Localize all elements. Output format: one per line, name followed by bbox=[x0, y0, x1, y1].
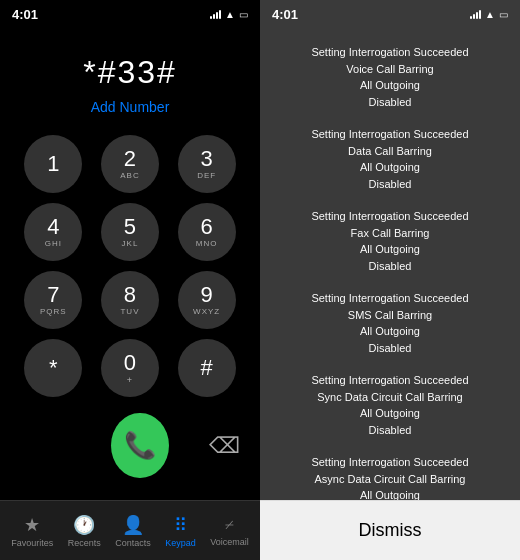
key-#[interactable]: # bbox=[178, 339, 236, 397]
key-main-7: 7 bbox=[47, 284, 59, 306]
result-line: Data Call Barring bbox=[276, 143, 504, 160]
right-panel: 4:01 ▲ ▭ Setting Interrogation Succeeded… bbox=[260, 0, 520, 560]
key-4[interactable]: 4GHI bbox=[24, 203, 82, 261]
tab-icon-keypad: ⠿ bbox=[174, 514, 187, 536]
result-block-4: Setting Interrogation SucceededSync Data… bbox=[260, 364, 520, 446]
add-number-button[interactable]: Add Number bbox=[91, 99, 170, 115]
tab-label-contacts: Contacts bbox=[115, 538, 151, 548]
tab-label-recents: Recents bbox=[68, 538, 101, 548]
right-signal-icon bbox=[470, 9, 481, 19]
left-status-icons: ▲ ▭ bbox=[210, 9, 248, 20]
signal-icon bbox=[210, 9, 221, 19]
result-line: All Outgoing bbox=[276, 323, 504, 340]
tab-keypad[interactable]: ⠿Keypad bbox=[165, 514, 196, 548]
tab-voicemail[interactable]: ⌿Voicemail bbox=[210, 514, 249, 547]
result-line: Setting Interrogation Succeeded bbox=[276, 372, 504, 389]
right-battery-icon: ▭ bbox=[499, 9, 508, 20]
tab-icon-recents: 🕐 bbox=[73, 514, 95, 536]
result-line: Setting Interrogation Succeeded bbox=[276, 454, 504, 471]
right-time: 4:01 bbox=[272, 7, 298, 22]
key-main-0: 0 bbox=[124, 352, 136, 374]
tab-contacts[interactable]: 👤Contacts bbox=[115, 514, 151, 548]
key-sub-5: JKL bbox=[122, 239, 139, 248]
result-line: Disabled bbox=[276, 258, 504, 275]
result-line: Setting Interrogation Succeeded bbox=[276, 44, 504, 61]
tab-bar: ★Favourites🕐Recents👤Contacts⠿Keypad⌿Voic… bbox=[0, 500, 260, 560]
key-8[interactable]: 8TUV bbox=[101, 271, 159, 329]
tab-label-voicemail: Voicemail bbox=[210, 537, 249, 547]
key-sub-4: GHI bbox=[45, 239, 62, 248]
result-line: Disabled bbox=[276, 176, 504, 193]
left-time: 4:01 bbox=[12, 7, 38, 22]
result-line: All Outgoing bbox=[276, 241, 504, 258]
key-main-5: 5 bbox=[124, 216, 136, 238]
tab-icon-contacts: 👤 bbox=[122, 514, 144, 536]
key-sub-6: MNO bbox=[196, 239, 218, 248]
key-sub-2: ABC bbox=[120, 171, 139, 180]
key-main-3: 3 bbox=[201, 148, 213, 170]
keypad: 12ABC3DEF4GHI5JKL6MNO7PQRS8TUV9WXYZ*0+# bbox=[0, 135, 260, 397]
result-line: Sync Data Circuit Call Barring bbox=[276, 389, 504, 406]
result-line: SMS Call Barring bbox=[276, 307, 504, 324]
key-sub-7: PQRS bbox=[40, 307, 67, 316]
dialer-display: *#33# bbox=[83, 54, 177, 91]
key-sub-9: WXYZ bbox=[193, 307, 220, 316]
result-line: All Outgoing bbox=[276, 405, 504, 422]
right-status-bar: 4:01 ▲ ▭ bbox=[260, 0, 520, 24]
result-line: Disabled bbox=[276, 340, 504, 357]
key-1[interactable]: 1 bbox=[24, 135, 82, 193]
left-panel: 4:01 ▲ ▭ *#33# Add Number 12ABC3DEF4GHI5… bbox=[0, 0, 260, 560]
key-2[interactable]: 2ABC bbox=[101, 135, 159, 193]
key-main-9: 9 bbox=[201, 284, 213, 306]
tab-favourites[interactable]: ★Favourites bbox=[11, 514, 53, 548]
results-scroll[interactable]: Setting Interrogation SucceededVoice Cal… bbox=[260, 24, 520, 560]
key-main-6: 6 bbox=[201, 216, 213, 238]
right-status-icons: ▲ ▭ bbox=[470, 9, 508, 20]
key-sub-0: + bbox=[127, 375, 133, 385]
key-main-#: # bbox=[201, 357, 213, 379]
result-line: Disabled bbox=[276, 422, 504, 439]
result-block-3: Setting Interrogation SucceededSMS Call … bbox=[260, 282, 520, 364]
dismiss-label: Dismiss bbox=[359, 520, 422, 541]
key-5[interactable]: 5JKL bbox=[101, 203, 159, 261]
call-row: 📞 ⌫ bbox=[0, 413, 260, 478]
key-7[interactable]: 7PQRS bbox=[24, 271, 82, 329]
dismiss-button[interactable]: Dismiss bbox=[260, 500, 520, 560]
call-button[interactable]: 📞 bbox=[111, 413, 169, 478]
result-line: Fax Call Barring bbox=[276, 225, 504, 242]
tab-label-favourites: Favourites bbox=[11, 538, 53, 548]
result-block-2: Setting Interrogation SucceededFax Call … bbox=[260, 200, 520, 282]
result-block-1: Setting Interrogation SucceededData Call… bbox=[260, 118, 520, 200]
wifi-icon: ▲ bbox=[225, 9, 235, 20]
key-6[interactable]: 6MNO bbox=[178, 203, 236, 261]
result-line: All Outgoing bbox=[276, 159, 504, 176]
result-line: Setting Interrogation Succeeded bbox=[276, 290, 504, 307]
key-3[interactable]: 3DEF bbox=[178, 135, 236, 193]
key-9[interactable]: 9WXYZ bbox=[178, 271, 236, 329]
right-wifi-icon: ▲ bbox=[485, 9, 495, 20]
tab-recents[interactable]: 🕐Recents bbox=[68, 514, 101, 548]
key-sub-3: DEF bbox=[197, 171, 216, 180]
key-main-*: * bbox=[49, 357, 58, 379]
tab-label-keypad: Keypad bbox=[165, 538, 196, 548]
tab-icon-voicemail: ⌿ bbox=[224, 514, 235, 535]
result-line: Setting Interrogation Succeeded bbox=[276, 126, 504, 143]
result-line: Voice Call Barring bbox=[276, 61, 504, 78]
result-line: Setting Interrogation Succeeded bbox=[276, 208, 504, 225]
battery-icon: ▭ bbox=[239, 9, 248, 20]
key-main-8: 8 bbox=[124, 284, 136, 306]
key-*[interactable]: * bbox=[24, 339, 82, 397]
left-status-bar: 4:01 ▲ ▭ bbox=[0, 0, 260, 24]
result-block-0: Setting Interrogation SucceededVoice Cal… bbox=[260, 36, 520, 118]
key-0[interactable]: 0+ bbox=[101, 339, 159, 397]
phone-icon: 📞 bbox=[124, 430, 156, 461]
result-line: All Outgoing bbox=[276, 77, 504, 94]
key-main-1: 1 bbox=[47, 153, 59, 175]
delete-button[interactable]: ⌫ bbox=[209, 433, 240, 459]
result-line: Async Data Circuit Call Barring bbox=[276, 471, 504, 488]
key-sub-8: TUV bbox=[120, 307, 139, 316]
key-main-2: 2 bbox=[124, 148, 136, 170]
tab-icon-favourites: ★ bbox=[24, 514, 40, 536]
result-line: Disabled bbox=[276, 94, 504, 111]
key-main-4: 4 bbox=[47, 216, 59, 238]
